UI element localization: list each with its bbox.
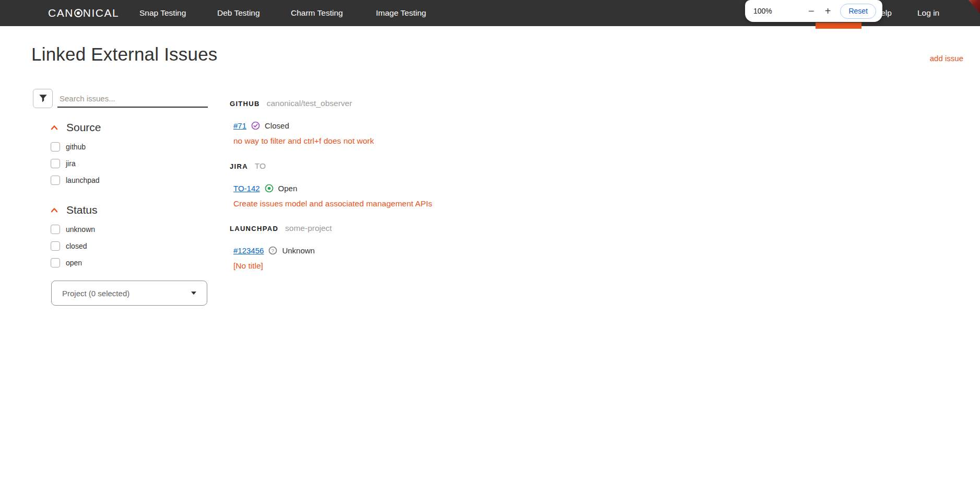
canonical-logo-o-icon — [74, 9, 82, 17]
group-project-label: canonical/test_observer — [267, 99, 352, 108]
issue-row: #71 Closed — [233, 121, 700, 130]
jira-checkbox[interactable] — [51, 159, 60, 168]
issue-row: #123456 ? Unknown — [233, 246, 700, 255]
github-checkbox-label[interactable]: github — [66, 143, 86, 151]
filter-section-source: Source github jira launchpad — [51, 121, 207, 192]
chevron-up-icon — [51, 125, 58, 130]
logo-text-prefix: CAN — [48, 7, 74, 19]
svg-text:?: ? — [271, 248, 274, 253]
add-issue-link[interactable]: add issue — [930, 54, 963, 63]
issue-link[interactable]: #71 — [233, 121, 246, 130]
zoom-out-button[interactable]: − — [805, 5, 818, 17]
issue-status-label: Open — [278, 184, 298, 193]
canonical-logo[interactable]: CAN NICAL — [48, 0, 119, 26]
launchpad-checkbox-label[interactable]: launchpad — [66, 176, 100, 184]
group-header: GITHUB canonical/test_observer — [230, 99, 700, 108]
github-checkbox[interactable] — [51, 142, 60, 152]
issue-title: Create issues model and associated manag… — [233, 199, 700, 208]
open-checkbox[interactable] — [51, 258, 60, 268]
issue-link[interactable]: #123456 — [233, 246, 264, 255]
group-source-label: LAUNCHPAD — [230, 225, 278, 232]
issue-title: no way to filter and ctrl+f does not wor… — [233, 136, 700, 146]
issue-group-launchpad: LAUNCHPAD some-project #123456 ? Unknown… — [230, 224, 700, 271]
group-source-label: JIRA — [230, 162, 248, 170]
search-input[interactable] — [57, 90, 208, 108]
issue-link[interactable]: TO-142 — [233, 184, 260, 193]
unknown-checkbox-label[interactable]: unknown — [66, 225, 95, 234]
unknown-checkbox[interactable] — [51, 225, 60, 234]
zoom-level-label: 100% — [753, 7, 772, 15]
option-row-open: open — [51, 258, 207, 268]
project-dropdown[interactable]: Project (0 selected) — [51, 281, 207, 306]
closed-checkbox-label[interactable]: closed — [66, 242, 87, 250]
page-title: Linked External Issues — [31, 44, 218, 65]
nav-item-log-in[interactable]: Log in — [917, 0, 939, 26]
status-options: unknown closed open — [51, 225, 207, 268]
unknown-status-icon: ? — [268, 246, 277, 255]
group-header: LAUNCHPAD some-project — [230, 224, 700, 233]
logo-text-suffix: NICAL — [83, 7, 119, 19]
option-row-launchpad: launchpad — [51, 176, 207, 185]
issue-title: [No title] — [233, 261, 700, 271]
issue-group-jira: JIRA TO TO-142 Open Create issues model … — [230, 161, 700, 208]
nav-item-image-testing[interactable]: Image Testing — [376, 0, 426, 26]
chevron-up-icon — [51, 207, 58, 213]
group-source-label: GITHUB — [230, 100, 260, 108]
filter-section-status: Status unknown closed open — [51, 204, 207, 275]
issue-row: TO-142 Open — [233, 184, 700, 193]
option-row-closed: closed — [51, 241, 207, 251]
issue-status-label: Unknown — [282, 246, 315, 255]
closed-checkbox[interactable] — [51, 241, 60, 251]
orange-logo-sliver — [816, 22, 861, 29]
group-project-label: some-project — [285, 224, 332, 233]
filter-button[interactable] — [33, 89, 53, 108]
jira-checkbox-label[interactable]: jira — [66, 159, 76, 168]
issue-group-github: GITHUB canonical/test_observer #71 Close… — [230, 99, 700, 146]
open-checkbox-label[interactable]: open — [66, 259, 82, 267]
nav-item-snap-testing[interactable]: Snap Testing — [139, 0, 186, 26]
nav-item-charm-testing[interactable]: Charm Testing — [291, 0, 343, 26]
issue-status-label: Closed — [265, 121, 289, 130]
nav-item-deb-testing[interactable]: Deb Testing — [217, 0, 260, 26]
group-header: JIRA TO — [230, 161, 700, 171]
zoom-in-button[interactable]: + — [822, 5, 834, 17]
open-status-icon — [265, 184, 274, 193]
option-row-github: github — [51, 142, 207, 152]
status-section-toggle[interactable]: Status — [51, 204, 207, 216]
status-section-title: Status — [66, 204, 98, 216]
source-section-toggle[interactable]: Source — [51, 121, 207, 134]
browser-zoom-bubble: 100% − + Reset — [745, 0, 882, 22]
launchpad-checkbox[interactable] — [51, 176, 60, 185]
group-project-label: TO — [255, 161, 266, 171]
zoom-reset-button[interactable]: Reset — [840, 4, 876, 19]
source-options: github jira launchpad — [51, 142, 207, 185]
closed-status-icon — [251, 121, 260, 130]
option-row-jira: jira — [51, 159, 207, 168]
funnel-icon — [39, 94, 48, 103]
project-dropdown-label: Project (0 selected) — [62, 289, 191, 298]
option-row-unknown: unknown — [51, 225, 207, 234]
source-section-title: Source — [66, 121, 101, 134]
chevron-down-icon — [191, 292, 196, 295]
